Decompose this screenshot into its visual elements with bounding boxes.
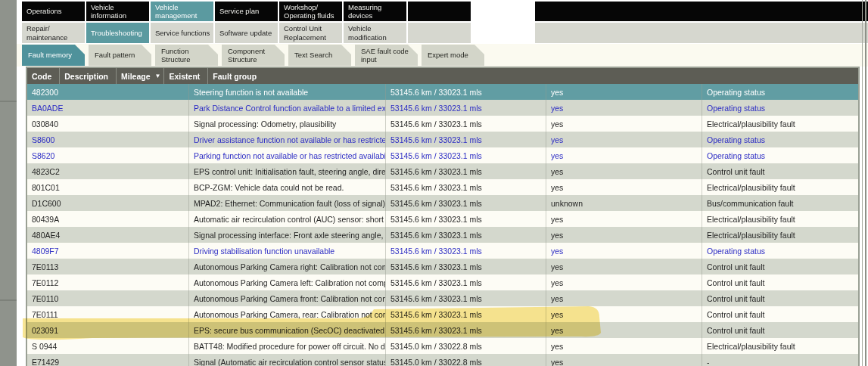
- sub-menu-item[interactable]: [408, 23, 471, 43]
- main-menu-item[interactable]: Vehicle information: [86, 2, 149, 21]
- main-menu-item[interactable]: Vehicle management: [151, 2, 213, 21]
- left-margin-divider: [0, 299, 17, 301]
- fault-mileage-cell: 53145.6 km / 33023.1 mls: [386, 306, 546, 322]
- main-menu-item-label: Operations: [26, 7, 61, 15]
- fault-row[interactable]: 7E0113 Autonomous Parking Camera right: …: [27, 259, 858, 274]
- fault-row[interactable]: D1C600 MPAD2: Ethernet: Communication fa…: [27, 195, 858, 211]
- fault-memory-table: Code Description Mileage ▼ Existent Faul…: [26, 67, 860, 366]
- fault-row[interactable]: 030840 Signal processing: Odometry, plau…: [27, 116, 858, 132]
- fault-row[interactable]: S 0944 BATT48: Modified procedure for po…: [27, 338, 858, 354]
- tab-label: Fault pattern: [95, 51, 135, 59]
- fault-description-cell: EPS: secure bus communication (SecOC) de…: [189, 322, 386, 338]
- fault-description-cell: BATT48: Modified procedure for power off…: [189, 338, 386, 354]
- fault-code-cell: 030840: [27, 116, 189, 132]
- tab-bar: Fault memory Fault pattern Function Stru…: [17, 44, 868, 67]
- fault-row[interactable]: 023091 EPS: secure bus communication (Se…: [27, 322, 858, 338]
- fault-mileage-cell: 53145.6 km / 33023.1 mls: [386, 163, 546, 179]
- fault-description-cell: Autonomous Parking Camera front: Calibra…: [189, 290, 386, 306]
- fault-description-cell: EPS control unit: Initialisation fault, …: [189, 163, 386, 179]
- fault-mileage-cell: 53145.6 km / 33023.1 mls: [386, 290, 546, 306]
- fault-mileage-cell: 53145.6 km / 33023.1 mls: [386, 259, 546, 274]
- fault-group-cell: Control unit fault: [702, 274, 858, 290]
- fault-group-cell: Operating status: [702, 243, 858, 259]
- table-header-row: Code Description Mileage ▼ Existent Faul…: [27, 68, 858, 84]
- tab[interactable]: Text Search: [288, 45, 351, 66]
- main-menu-item[interactable]: Workshop/ Operating fluids: [279, 2, 342, 21]
- sort-descending-icon[interactable]: ▼: [155, 73, 161, 79]
- sub-menu-item[interactable]: Repair/ maintenance: [22, 23, 85, 43]
- column-header-label: Description: [64, 72, 108, 81]
- main-menu-item[interactable]: Measuring devices: [344, 2, 406, 21]
- main-menu-item[interactable]: [408, 2, 471, 21]
- column-header-label: Existent: [169, 72, 200, 81]
- sub-menu-item[interactable]: Service functions: [151, 23, 213, 43]
- fault-row[interactable]: 4823C2 EPS control unit: Initialisation …: [27, 163, 858, 179]
- table-column-header[interactable]: Existent: [164, 68, 208, 84]
- fault-description-cell: BCP-ZGM: Vehicle data could not be read.: [189, 179, 386, 195]
- tab[interactable]: Fault memory: [22, 45, 85, 66]
- tab[interactable]: Function Structure: [155, 45, 218, 66]
- fault-existent-cell: yes: [546, 227, 702, 243]
- fault-code-cell: 4823C2: [27, 163, 189, 179]
- fault-row[interactable]: 7E0112 Autonomous Parking Camera left: C…: [27, 274, 858, 290]
- main-menu-item[interactable]: Operations: [22, 2, 85, 21]
- fault-mileage-cell: 53145.6 km / 33023.1 mls: [386, 147, 546, 163]
- sub-menu-item[interactable]: Troubleshooting: [86, 23, 149, 43]
- table-column-header[interactable]: Mileage ▼: [117, 68, 164, 84]
- fault-row[interactable]: 4809F7 Driving stabilisation function un…: [27, 243, 858, 259]
- main-menu-item-label: Measuring devices: [348, 3, 405, 20]
- fault-code-cell: 023091: [27, 322, 189, 338]
- sub-menu-item[interactable]: Software update: [215, 23, 278, 43]
- tab[interactable]: SAE fault code input: [355, 45, 418, 66]
- tab[interactable]: Expert mode: [422, 45, 484, 66]
- fault-mileage-cell: 53145.6 km / 33023.1 mls: [386, 211, 546, 227]
- fault-row[interactable]: 7E0111 Autonomous Parking Camera, rear: …: [27, 306, 858, 322]
- fault-existent-cell: yes: [546, 132, 702, 147]
- fault-row[interactable]: S8600 Driver assistance function not ava…: [27, 132, 858, 147]
- tab[interactable]: Fault pattern: [89, 45, 151, 66]
- fault-code-cell: S 0944: [27, 338, 189, 354]
- fault-row[interactable]: BA0ADE Park Distance Control function av…: [27, 100, 858, 116]
- fault-row[interactable]: 801C01 BCP-ZGM: Vehicle data could not b…: [27, 179, 858, 195]
- fault-description-cell: Signal (Automatic air recirculation cont…: [189, 354, 386, 366]
- window-left-margin: [0, 0, 17, 366]
- fault-mileage-cell: 53145.6 km / 33023.1 mls: [386, 227, 546, 243]
- tab-label: SAE fault code input: [361, 47, 415, 64]
- fault-group-cell: Control unit fault: [702, 322, 858, 338]
- fault-mileage-cell: 53145.6 km / 33023.1 mls: [386, 100, 546, 116]
- fault-row[interactable]: 480AE4 Signal processing interface: Fron…: [27, 227, 858, 243]
- fault-row[interactable]: S8620 Parking function not available or …: [27, 147, 858, 163]
- column-header-label: Fault group: [213, 72, 257, 81]
- ista-diagnostics-window: Operations Vehicle information Vehicle m…: [0, 0, 868, 366]
- fault-existent-cell: yes: [546, 354, 702, 366]
- fault-group-cell: Electrical/plausibility fault: [702, 211, 858, 227]
- fault-existent-cell: yes: [546, 116, 702, 132]
- sub-menu-item[interactable]: Vehicle modification: [344, 23, 406, 43]
- table-column-header[interactable]: Fault group: [208, 68, 264, 84]
- fault-group-cell: Control unit fault: [702, 290, 858, 306]
- table-column-header[interactable]: Code: [27, 68, 60, 84]
- fault-code-cell: 4809F7: [27, 243, 189, 259]
- fault-code-cell: 7E0112: [27, 274, 189, 290]
- fault-description-cell: Driving stabilisation function unavailab…: [189, 243, 386, 259]
- fault-description-cell: Autonomous Parking Camera left: Calibrat…: [189, 274, 386, 290]
- fault-row[interactable]: 482300 Steering function is not availabl…: [27, 84, 858, 100]
- window-right-border: [865, 0, 866, 366]
- fault-row[interactable]: 7E0110 Autonomous Parking Camera front: …: [27, 290, 858, 306]
- sub-menu-item-label: Service functions: [155, 29, 210, 37]
- sub-menu-filler: [535, 23, 868, 43]
- fault-existent-cell: yes: [546, 147, 702, 163]
- fault-code-cell: 480AE4: [27, 227, 189, 243]
- fault-existent-cell: yes: [546, 163, 702, 179]
- fault-row[interactable]: 80439A Automatic air recirculation contr…: [27, 211, 858, 227]
- sub-menu-item[interactable]: Control Unit Replacement: [279, 23, 342, 43]
- fault-row[interactable]: E71429 Signal (Automatic air recirculati…: [27, 354, 858, 366]
- fault-mileage-cell: 53145.6 km / 33023.1 mls: [386, 84, 546, 100]
- table-column-header[interactable]: Description: [60, 68, 117, 84]
- fault-mileage-cell: 53145.6 km / 33023.1 mls: [386, 322, 546, 338]
- sub-menu-item-label: Vehicle modification: [348, 24, 405, 41]
- tab[interactable]: Component Structure: [222, 45, 285, 66]
- fault-existent-cell: yes: [546, 338, 702, 354]
- main-menu-item[interactable]: Service plan: [215, 2, 278, 21]
- fault-description-cell: Park Distance Control function available…: [189, 100, 386, 116]
